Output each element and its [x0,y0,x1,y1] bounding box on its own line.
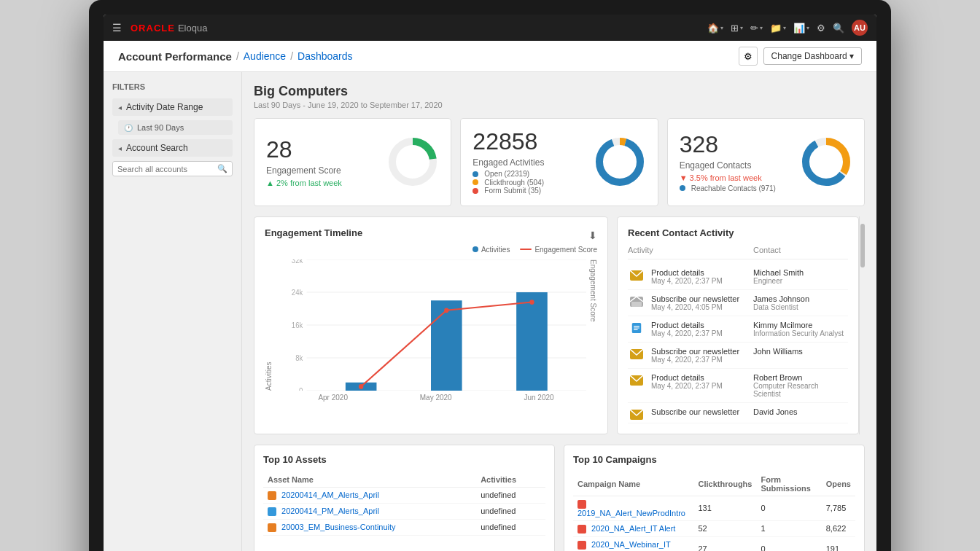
contact-info-2: James Johnson Data Scientist [753,294,848,311]
table-row: 2020_NA_Webinar_IT Miracle 27 0 191 [573,536,855,551]
home-caret: ▾ [720,25,723,31]
chart-icon: 📊 [793,23,805,34]
assets-col-name: Asset Name [263,472,476,488]
settings-icon[interactable]: ⚙ [817,23,825,34]
campaign-clicks-1: 131 [693,496,756,520]
magnifier-icon: 🔍 [833,23,844,34]
change-dashboard-button[interactable]: Change Dashboard ▾ [763,47,862,65]
activity-time-3: May 4, 2020, 2:37 PM [651,329,747,337]
activity-time-5: May 4, 2020, 2:37 PM [651,382,747,390]
campaign-icon-2 [578,525,586,534]
asset-icon-2 [268,507,276,516]
home-icon-group[interactable]: 🏠 ▾ [707,23,723,34]
breadcrumb-dashboards[interactable]: Dashboards [298,50,353,62]
x-label-may: May 2020 [420,394,452,402]
asset-activities-3: undefined [476,519,545,535]
contact-name-2: James Johnson [753,294,848,303]
contact-info-6: David Jones [753,407,848,416]
svg-text:24k: 24k [292,289,303,297]
hamburger-icon[interactable]: ☰ [112,22,122,34]
clock-icon: 🕐 [124,124,133,132]
account-search-input[interactable] [117,165,214,173]
contact-info-4: John Williams [753,347,848,356]
account-search-filter[interactable]: ◂ Account Search [112,139,233,157]
scrollbar[interactable] [859,216,865,434]
campaign-name-2: 2020_NA_Alert_IT Alert [573,520,693,536]
breadcrumb-audience[interactable]: Audience [244,50,286,62]
chart-icon-group[interactable]: 📊 ▾ [793,23,809,34]
contact-role-3: Information Security Analyst [753,329,848,337]
activity-col-header: Activity [628,246,753,254]
folder-icon-group[interactable]: 📁 ▾ [770,23,786,34]
asset-icon-1 [268,491,276,500]
filters-title: Filters [112,82,233,91]
activity-info-1: Product details May 4, 2020, 2:37 PM [651,268,747,285]
chart-inner: 32k 24k 16k 8k 0 40 30 20 10 [276,259,586,391]
svg-text:0: 0 [299,387,303,391]
activity-info-4: Subscribe our newsletter May 4, 2020, 2:… [651,347,747,364]
svg-point-27 [444,308,448,313]
account-search-box[interactable]: 🔍 [112,161,233,176]
activity-time-4: May 4, 2020, 2:37 PM [651,356,747,364]
engaged-contacts-value: 328 [680,132,780,157]
filter-label: Activity Date Range [126,102,203,112]
engaged-activities-value: 22858 [472,129,593,155]
breadcrumb-bar: Account Performance / Audience / Dashboa… [104,41,876,72]
table-row: 2019_NA_Alert_NewProdIntro 131 0 7,785 [573,496,855,520]
email-icon [628,268,645,283]
svg-rect-31 [631,302,642,307]
asset-icon-3 [268,523,276,532]
home-icon: 🏠 [707,23,719,34]
campaign-forms-3: 0 [756,536,821,551]
activity-info-2: Subscribe our newsletter May 4, 2020, 4:… [651,294,747,311]
grid-caret: ▾ [740,25,743,31]
campaign-name-1: 2019_NA_Alert_NewProdIntro [573,496,693,520]
asset-activities-2: undefined [476,503,545,519]
search-icon-top[interactable]: 🔍 [833,23,844,34]
breadcrumb: Account Performance / Audience / Dashboa… [118,50,353,63]
breadcrumb-sep1: / [236,50,239,62]
breadcrumb-actions: ⚙ Change Dashboard ▾ [739,47,862,66]
gear-icon: ⚙ [817,23,825,34]
assets-col-activities: Activities [476,472,545,488]
engaged-contacts-chart [800,136,852,188]
user-avatar[interactable]: AU [852,20,868,36]
top-assets-panel: Top 10 Assets Asset Name Activities [254,445,555,551]
dashboard-settings-button[interactable]: ⚙ [739,47,758,66]
engagement-score-legend-item: Engagement Score [520,246,597,254]
activity-date-range-filter[interactable]: ◂ Activity Date Range [112,98,233,116]
engagement-score-card: 28 Engagement Score ▲ 2% from last week [254,118,451,206]
grid-icon-group[interactable]: ⊞ ▾ [731,23,743,34]
activity-name-6: Subscribe our newsletter [651,407,747,416]
download-icon[interactable]: ⬇ [588,230,597,241]
table-row: 2020_NA_Alert_IT Alert 52 1 8,622 [573,520,855,536]
contact-name-6: David Jones [753,407,848,416]
campaigns-col-forms: Form Submissions [756,472,821,496]
recent-activity-container: Recent Contact Activity Activity Contact [617,216,865,434]
scrollbar-thumb[interactable] [860,224,865,267]
engagement-score-label: Engagement Score [266,165,342,176]
campaigns-col-name: Campaign Name [573,472,693,496]
folder-caret: ▾ [783,25,786,31]
company-header: Big Computers Last 90 Days - June 19, 20… [254,84,865,109]
last-90-days-filter[interactable]: 🕐 Last 90 Days [118,120,233,135]
engaged-activities-label: Engaged Activities [472,157,593,168]
grid-icon: ⊞ [731,23,739,34]
edit-icon-group[interactable]: ✏ ▾ [750,23,763,34]
svg-rect-25 [516,292,548,391]
contact-role-5: Computer Research Scientist [753,382,848,398]
middle-row: Engagement Timeline ⬇ Activities Engagem… [254,216,865,434]
contact-info-5: Robert Brown Computer Research Scientist [753,373,848,398]
campaign-name-3: 2020_NA_Webinar_IT Miracle [573,536,693,551]
activity-table-header: Activity Contact [628,246,848,259]
metrics-row: 28 Engagement Score ▲ 2% from last week [254,118,865,206]
bottom-row: Top 10 Assets Asset Name Activities [254,445,865,551]
svg-point-28 [529,300,534,305]
content-area: Big Computers Last 90 Days - June 19, 20… [242,72,876,551]
activity-name-2: Subscribe our newsletter [651,294,747,303]
activity-name-5: Product details [651,373,747,382]
breadcrumb-sep2: / [290,50,293,62]
campaign-clicks-3: 27 [693,536,756,551]
table-row: 20003_EM_Business-Continuity undefined [263,519,545,535]
campaign-forms-1: 0 [756,496,821,520]
